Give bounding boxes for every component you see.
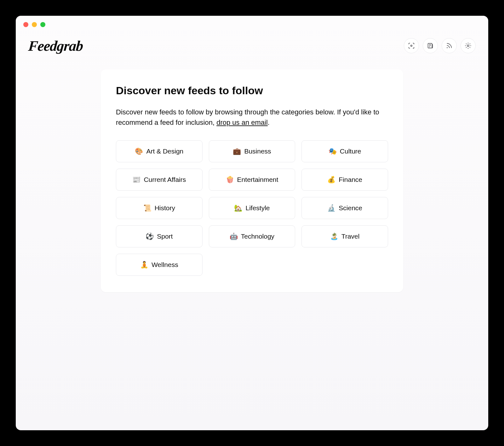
- app-window: Feedgrab: [16, 16, 488, 430]
- category-emoji: 💼: [233, 148, 241, 155]
- window-maximize-button[interactable]: [40, 22, 45, 27]
- category-label: Art & Design: [146, 148, 183, 155]
- category-label: Science: [339, 204, 362, 212]
- category-business[interactable]: 💼Business: [209, 140, 295, 162]
- card-description: Discover new feeds to follow by browsing…: [116, 107, 388, 128]
- desc-text-suffix: .: [268, 119, 270, 126]
- discover-card: Discover new feeds to follow Discover ne…: [101, 69, 403, 292]
- category-history[interactable]: 📜History: [116, 197, 203, 219]
- window-controls: [23, 22, 45, 27]
- category-wellness[interactable]: 🧘Wellness: [116, 254, 203, 276]
- scan-button[interactable]: [404, 38, 419, 53]
- news-icon: [427, 42, 434, 49]
- category-emoji: 🍿: [226, 176, 234, 183]
- category-label: Business: [244, 148, 271, 155]
- category-emoji: 🎭: [329, 148, 337, 155]
- categories-grid: 🎨Art & Design💼Business🎭Culture📰Current A…: [116, 140, 388, 276]
- svg-point-6: [467, 45, 469, 47]
- category-label: Travel: [341, 233, 360, 240]
- category-label: Sport: [157, 233, 173, 240]
- category-label: Wellness: [152, 261, 178, 269]
- scan-icon: [408, 42, 415, 49]
- category-sport[interactable]: ⚽Sport: [116, 225, 203, 247]
- category-art-design[interactable]: 🎨Art & Design: [116, 140, 203, 162]
- category-emoji: 🧘: [140, 261, 148, 269]
- category-label: Lifestyle: [245, 204, 270, 212]
- rss-icon: [446, 42, 453, 49]
- category-label: History: [155, 204, 175, 212]
- category-emoji: 📜: [143, 204, 152, 212]
- category-current-affairs[interactable]: 📰Current Affairs: [116, 169, 203, 191]
- category-label: Culture: [340, 148, 361, 155]
- settings-button[interactable]: [461, 38, 476, 53]
- category-technology[interactable]: 🤖Technology: [209, 225, 295, 247]
- category-label: Entertainment: [237, 176, 278, 183]
- svg-point-0: [411, 45, 412, 47]
- svg-point-5: [447, 47, 448, 48]
- category-emoji: 📰: [132, 176, 140, 183]
- category-label: Finance: [339, 176, 362, 183]
- app-logo[interactable]: Feedgrab: [28, 38, 84, 54]
- card-title: Discover new feeds to follow: [116, 84, 388, 97]
- category-emoji: ⚽: [146, 233, 154, 240]
- category-science[interactable]: 🔬Science: [301, 197, 388, 219]
- gear-icon: [465, 42, 472, 49]
- category-emoji: 🎨: [135, 148, 143, 155]
- category-label: Current Affairs: [144, 176, 186, 183]
- category-finance[interactable]: 💰Finance: [301, 169, 388, 191]
- category-travel[interactable]: 🏝️Travel: [301, 225, 388, 247]
- email-link[interactable]: drop us an email: [216, 119, 268, 126]
- rss-button[interactable]: [442, 38, 457, 53]
- category-emoji: 🤖: [230, 233, 238, 240]
- category-entertainment[interactable]: 🍿Entertainment: [209, 169, 295, 191]
- app-header: Feedgrab: [16, 16, 488, 60]
- category-emoji: 🏝️: [330, 233, 338, 240]
- category-lifestyle[interactable]: 🏡Lifestyle: [209, 197, 295, 219]
- category-culture[interactable]: 🎭Culture: [301, 140, 388, 162]
- header-actions: [404, 38, 476, 53]
- category-emoji: 🏡: [234, 204, 242, 212]
- window-minimize-button[interactable]: [32, 22, 37, 27]
- news-button[interactable]: [423, 38, 438, 53]
- category-emoji: 🔬: [327, 204, 335, 212]
- category-emoji: 💰: [327, 176, 335, 183]
- window-close-button[interactable]: [23, 22, 28, 27]
- category-label: Technology: [241, 233, 274, 240]
